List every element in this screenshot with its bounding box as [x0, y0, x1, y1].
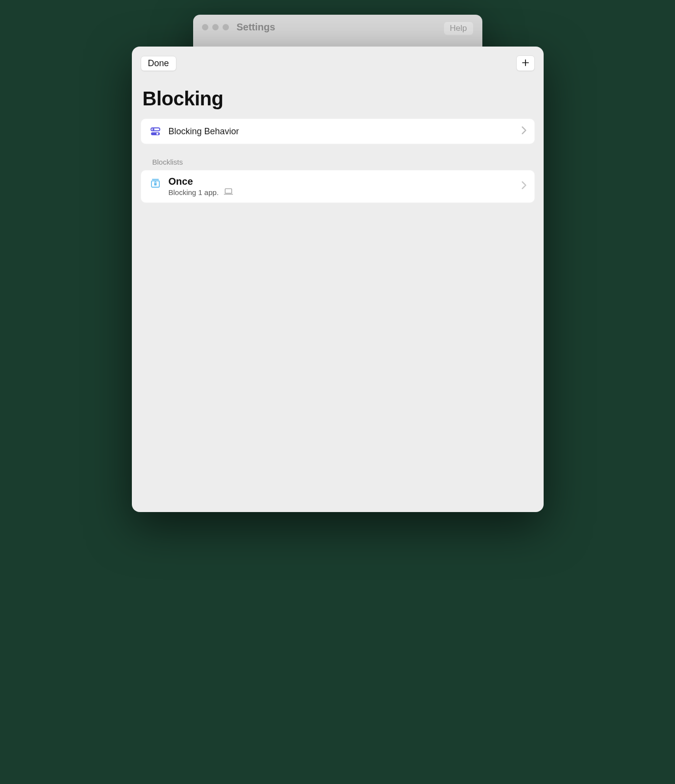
lock-box-icon	[149, 176, 162, 189]
done-button[interactable]: Done	[141, 56, 176, 71]
blocking-behavior-row[interactable]: Blocking Behavior	[141, 119, 535, 144]
svg-rect-6	[152, 179, 159, 180]
blocklist-name: Once	[169, 175, 515, 187]
traffic-light-minimize[interactable]	[212, 24, 219, 30]
svg-point-3	[152, 128, 154, 130]
chevron-right-icon	[522, 126, 526, 136]
traffic-light-close[interactable]	[202, 24, 208, 30]
svg-rect-8	[154, 183, 156, 186]
add-button[interactable]	[516, 55, 535, 71]
plus-icon	[521, 58, 530, 69]
help-button[interactable]: Help	[444, 22, 474, 35]
svg-rect-2	[151, 128, 160, 131]
blocking-behavior-label: Blocking Behavior	[169, 126, 515, 137]
window-traffic-lights	[202, 24, 229, 30]
page-title: Blocking	[143, 88, 533, 110]
toggle-sliders-icon	[149, 125, 162, 138]
settings-window-title: Settings	[237, 22, 275, 33]
chevron-right-icon	[522, 181, 526, 191]
svg-rect-9	[225, 189, 231, 193]
blocklist-row-once[interactable]: Once Blocking 1 app.	[141, 170, 535, 203]
blocklist-subtitle: Blocking 1 app.	[169, 188, 219, 196]
svg-point-5	[156, 133, 158, 135]
traffic-light-zoom[interactable]	[223, 24, 229, 30]
svg-rect-4	[151, 132, 160, 135]
blocking-panel: Done Blocking Blocking Behavior	[132, 47, 544, 512]
laptop-icon	[224, 188, 233, 196]
blocklists-section-label: Blocklists	[152, 158, 535, 166]
